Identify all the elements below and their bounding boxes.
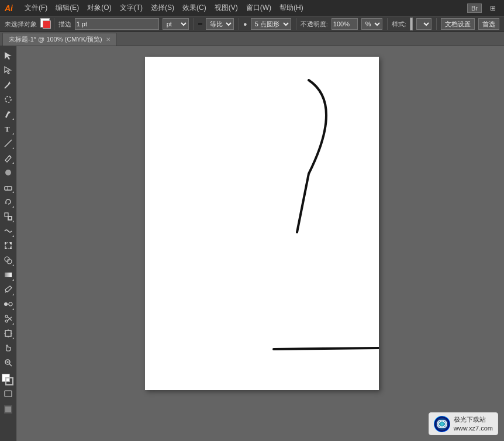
fill-red-color bbox=[43, 20, 51, 29]
menu-text[interactable]: 文字(T) bbox=[116, 2, 146, 14]
canvas-area: 极光下载站 www.xz7.com bbox=[16, 46, 504, 441]
shape-builder-tool[interactable] bbox=[1, 253, 15, 267]
arrange-button[interactable]: ⊞ bbox=[486, 3, 499, 13]
watermark-url: www.xz7.com bbox=[454, 424, 493, 432]
svg-rect-40 bbox=[5, 391, 12, 397]
doc-tab-bar: 未标题-1* @ 100% (CMYK/预览) ✕ bbox=[0, 32, 504, 46]
rotate-tool[interactable] bbox=[1, 195, 15, 209]
menu-object[interactable]: 对象(O) bbox=[84, 2, 115, 14]
watermark: 极光下载站 www.xz7.com bbox=[429, 412, 498, 435]
svg-marker-1 bbox=[5, 67, 11, 74]
brush-dot: ● bbox=[243, 20, 247, 27]
artboard bbox=[145, 57, 379, 390]
artboard-tool[interactable] bbox=[1, 326, 15, 340]
svg-point-28 bbox=[5, 315, 8, 318]
svg-rect-18 bbox=[5, 247, 6, 249]
style-label: 样式: bbox=[392, 20, 406, 29]
menu-effect[interactable]: 效果(C) bbox=[179, 2, 210, 14]
pen-tool[interactable] bbox=[1, 107, 15, 121]
svg-rect-17 bbox=[10, 242, 12, 244]
bridge-button[interactable]: Br bbox=[467, 4, 482, 13]
doc-settings-button[interactable]: 文档设置 bbox=[441, 18, 475, 30]
line-tool[interactable] bbox=[1, 136, 15, 150]
stroke-unit-select[interactable]: pt px mm bbox=[163, 18, 189, 30]
title-bar: Ai 文件(F) 编辑(E) 对象(O) 文字(T) 选择(S) 效果(C) 视… bbox=[0, 0, 504, 16]
stroke-label: 描边 bbox=[58, 20, 71, 29]
svg-rect-22 bbox=[5, 273, 12, 277]
svg-line-2 bbox=[5, 84, 9, 88]
zoom-tool[interactable] bbox=[1, 356, 15, 370]
doc-tab[interactable]: 未标题-1* @ 100% (CMYK/预览) ✕ bbox=[2, 33, 117, 46]
app-logo: Ai bbox=[5, 4, 16, 13]
menu-view[interactable]: 视图(V) bbox=[211, 2, 241, 14]
svg-marker-3 bbox=[8, 81, 11, 84]
eraser-tool[interactable] bbox=[1, 180, 15, 194]
scale-tool[interactable] bbox=[1, 209, 15, 223]
stroke-value-input[interactable] bbox=[75, 18, 159, 30]
gradient-tool[interactable] bbox=[1, 268, 15, 282]
svg-text:T: T bbox=[5, 125, 10, 133]
watermark-logo bbox=[434, 416, 450, 432]
type-tool[interactable]: T bbox=[1, 122, 15, 136]
opacity-input[interactable] bbox=[332, 18, 358, 30]
svg-marker-0 bbox=[5, 52, 12, 60]
svg-point-43 bbox=[434, 416, 450, 432]
svg-rect-10 bbox=[5, 187, 12, 190]
style-select[interactable] bbox=[416, 18, 431, 30]
menu-window[interactable]: 窗口(W) bbox=[243, 2, 275, 14]
svg-point-5 bbox=[8, 112, 10, 113]
svg-rect-31 bbox=[5, 330, 11, 336]
menu-edit[interactable]: 编辑(E) bbox=[52, 2, 82, 14]
blob-brush-tool[interactable] bbox=[1, 166, 15, 180]
menu-select[interactable]: 选择(S) bbox=[147, 2, 178, 14]
svg-line-37 bbox=[9, 364, 12, 366]
svg-marker-12 bbox=[5, 202, 7, 204]
svg-rect-42 bbox=[5, 406, 11, 412]
direct-selection-tool[interactable] bbox=[1, 63, 15, 77]
free-transform-tool[interactable] bbox=[1, 239, 15, 253]
brush-select[interactable]: 5 点圆形 bbox=[251, 18, 291, 30]
menu-bar: 文件(F) 编辑(E) 对象(O) 文字(T) 选择(S) 效果(C) 视图(V… bbox=[21, 2, 462, 14]
svg-line-23 bbox=[5, 291, 6, 292]
line-style-preview bbox=[198, 23, 202, 25]
line-style-select[interactable]: 等比 bbox=[206, 18, 234, 30]
toolbox: T bbox=[0, 46, 16, 441]
watermark-site: 极光下载站 bbox=[454, 415, 493, 423]
selection-tool[interactable] bbox=[1, 49, 15, 63]
menu-help[interactable]: 帮助(H) bbox=[276, 2, 307, 14]
screen-mode[interactable] bbox=[1, 402, 15, 416]
main-area: T bbox=[0, 46, 504, 441]
control-bar: 未选择对象 描边 pt px mm 等比 ● 5 点圆形 不透明度: % 样式:… bbox=[0, 16, 504, 32]
eyedropper-tool[interactable] bbox=[1, 282, 15, 297]
change-screen-mode[interactable] bbox=[1, 387, 15, 401]
svg-line-7 bbox=[5, 140, 12, 147]
fill-stroke-indicator[interactable] bbox=[1, 373, 15, 386]
opacity-unit-select[interactable]: % bbox=[361, 18, 382, 30]
fill-swatch[interactable] bbox=[40, 18, 42, 30]
svg-rect-14 bbox=[8, 216, 12, 220]
scissors-tool[interactable] bbox=[1, 312, 15, 326]
svg-rect-16 bbox=[5, 242, 6, 244]
svg-rect-19 bbox=[10, 247, 12, 249]
magic-wand-tool[interactable] bbox=[1, 78, 15, 92]
preferences-button[interactable]: 首选 bbox=[478, 18, 499, 30]
menu-file[interactable]: 文件(F) bbox=[21, 2, 51, 14]
tab-close-button[interactable]: ✕ bbox=[106, 36, 111, 43]
warp-tool[interactable] bbox=[1, 224, 15, 238]
blend-tool[interactable] bbox=[1, 297, 15, 311]
svg-point-27 bbox=[5, 320, 8, 322]
svg-point-4 bbox=[5, 97, 11, 102]
lasso-tool[interactable] bbox=[1, 92, 15, 106]
pencil-tool[interactable] bbox=[1, 151, 15, 165]
drawn-curve bbox=[297, 80, 326, 232]
canvas-svg bbox=[145, 57, 379, 390]
hand-tool[interactable] bbox=[1, 341, 15, 355]
svg-point-24 bbox=[4, 302, 8, 306]
svg-line-8 bbox=[9, 156, 11, 157]
svg-point-9 bbox=[5, 170, 11, 175]
style-swatch[interactable] bbox=[410, 18, 413, 30]
no-selection-label: 未选择对象 bbox=[5, 20, 37, 29]
watermark-text: 极光下载站 www.xz7.com bbox=[454, 415, 493, 432]
doc-tab-title: 未标题-1* @ 100% (CMYK/预览) bbox=[9, 35, 102, 44]
opacity-label: 不透明度: bbox=[301, 20, 328, 29]
